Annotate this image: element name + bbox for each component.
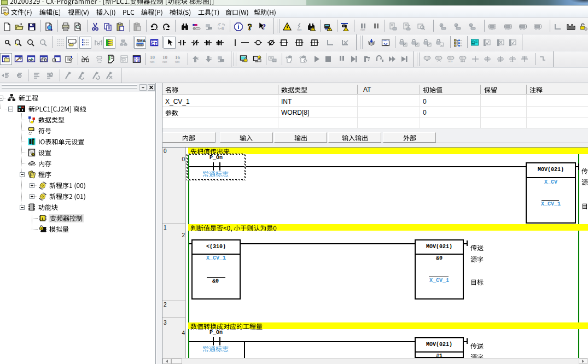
svg-text:non: non [448, 60, 453, 63]
svg-text:?: ? [248, 22, 253, 32]
svg-text:B: B [222, 27, 224, 31]
svg-text:16: 16 [175, 55, 181, 60]
svg-text:0.02: 0.02 [134, 60, 141, 63]
svg-text:non: non [162, 60, 167, 63]
svg-text:non: non [360, 28, 365, 31]
svg-text:CI: CI [152, 42, 158, 47]
svg-text:nn: nn [472, 43, 475, 45]
svg-text:non: non [297, 28, 302, 31]
svg-text:L: L [42, 216, 44, 221]
svg-text:SMA: SMA [137, 38, 146, 43]
svg-text:non: non [175, 60, 180, 63]
svg-text:10: 10 [162, 55, 168, 60]
svg-text:10: 10 [150, 55, 155, 60]
svg-text:non: non [150, 60, 155, 63]
svg-text:A: A [218, 23, 220, 26]
